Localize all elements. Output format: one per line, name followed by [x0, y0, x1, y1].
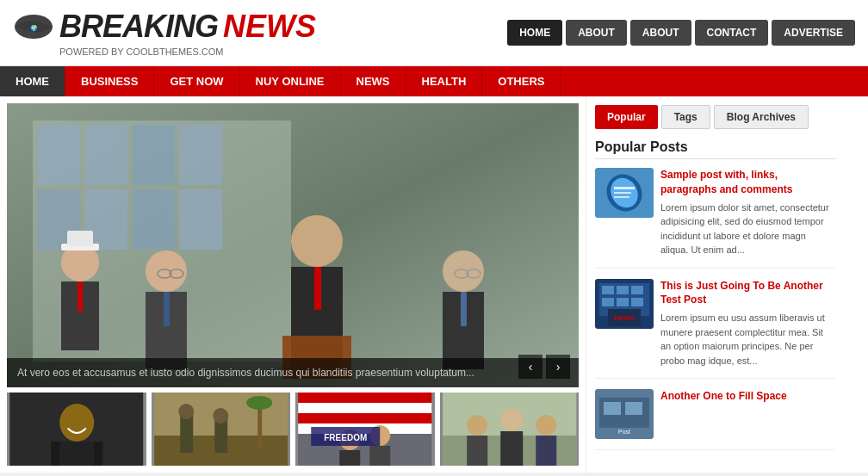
post-title-0[interactable]: Sample post with, links, paragraphs and …: [660, 168, 835, 197]
thumbnail-1[interactable]: [7, 393, 146, 466]
post-excerpt-0: Lorem ipsum dolor sit amet, consectetur …: [660, 201, 835, 257]
svg-point-17: [146, 250, 187, 292]
content-area: At vero eos et accusamus et iusto odio d…: [0, 96, 868, 473]
svg-rect-65: [500, 431, 523, 466]
hero-caption-text: At vero eos et accusamus et iusto odio d…: [17, 367, 474, 379]
svg-rect-56: [369, 446, 390, 466]
nav-item-news[interactable]: NEWS: [341, 66, 406, 96]
post-item-0: Sample post with, links, paragraphs and …: [595, 168, 835, 269]
svg-rect-67: [536, 436, 556, 466]
svg-rect-76: [602, 286, 614, 294]
sidebar-tab-tags[interactable]: Tags: [661, 105, 710, 129]
post-thumbnail-1[interactable]: NEWS: [595, 279, 654, 329]
top-nav-contact[interactable]: CONTACT: [695, 20, 769, 46]
svg-point-35: [59, 404, 94, 442]
hero-next-button[interactable]: ›: [546, 355, 570, 379]
post-content-1: This is Just Going To Be Another Test Po…: [660, 279, 835, 368]
logo-area: 🌍 BREAKING NEWS POWERED BY COOLBTHEMES.C…: [13, 9, 316, 57]
hero-image: [7, 103, 579, 387]
svg-rect-11: [132, 189, 175, 250]
svg-rect-63: [467, 436, 487, 466]
sidebar: PopularTagsBlog Archives Popular Posts S…: [586, 96, 844, 473]
svg-rect-79: [602, 298, 614, 306]
top-nav: HOMEABOUTABOUTCONTACTADVERTISE: [507, 20, 855, 46]
svg-rect-26: [314, 267, 321, 310]
svg-point-46: [246, 396, 272, 410]
svg-rect-15: [67, 231, 93, 246]
sidebar-tabs: PopularTagsBlog Archives: [595, 105, 835, 129]
main-nav: HOMEBUSINESSGET NOWNUY ONLINENEWSHEALTHO…: [0, 66, 868, 96]
svg-rect-25: [164, 292, 170, 326]
svg-point-19: [291, 215, 343, 267]
nav-item-home[interactable]: HOME: [0, 66, 65, 96]
svg-rect-77: [617, 286, 629, 294]
nav-item-nuy-online[interactable]: NUY ONLINE: [240, 66, 341, 96]
world-map-icon: 🌍: [13, 13, 54, 40]
svg-point-44: [213, 408, 228, 423]
thumbnail-2[interactable]: [152, 393, 291, 466]
post-title-2[interactable]: Another One to Fill Space: [660, 389, 835, 404]
post-item-2: Post Another One to Fill Space: [595, 389, 835, 450]
svg-rect-43: [214, 418, 227, 453]
top-nav-home[interactable]: HOME: [507, 20, 562, 46]
svg-text:NEWS: NEWS: [614, 314, 636, 322]
hero-caption: At vero eos et accusamus et iusto odio d…: [7, 358, 579, 387]
thumbnail-3[interactable]: FREEDOM: [295, 393, 435, 466]
post-content-0: Sample post with, links, paragraphs and …: [660, 168, 835, 257]
svg-point-62: [467, 415, 487, 436]
nav-item-business[interactable]: BUSINESS: [65, 66, 154, 96]
post-item-1: NEWS This is Just Going To Be Another Te…: [595, 279, 835, 380]
svg-rect-12: [179, 189, 222, 250]
nav-item-health[interactable]: HEALTH: [406, 66, 483, 96]
svg-rect-48: [298, 393, 431, 403]
svg-text:🌍: 🌍: [30, 24, 38, 32]
hero-nav: ‹ ›: [518, 355, 570, 379]
top-nav-about[interactable]: ABOUT: [630, 20, 691, 46]
svg-rect-81: [631, 298, 643, 306]
svg-rect-50: [298, 413, 431, 423]
logo-title: 🌍 BREAKING NEWS: [13, 9, 316, 45]
svg-rect-6: [84, 125, 127, 185]
svg-point-22: [443, 250, 484, 292]
logo-news: NEWS: [223, 9, 316, 45]
post-excerpt-1: Lorem ipsum eu usu assum liberavis ut mu…: [660, 311, 835, 368]
popular-posts-title: Popular Posts: [595, 139, 835, 159]
svg-rect-73: [614, 196, 629, 198]
posts-list: Sample post with, links, paragraphs and …: [595, 168, 835, 450]
thumbnail-row: FREEDOM: [7, 393, 579, 466]
top-nav-advertise[interactable]: ADVERTISE: [772, 20, 855, 46]
svg-rect-49: [298, 403, 431, 413]
svg-rect-37: [59, 442, 94, 466]
svg-rect-87: [625, 402, 642, 415]
logo-powered: POWERED BY COOLBTHEMES.COM: [59, 46, 316, 57]
svg-rect-86: [604, 402, 621, 415]
post-thumbnail-0[interactable]: [595, 168, 654, 218]
post-thumbnail-2[interactable]: Post: [595, 389, 654, 439]
svg-rect-72: [614, 192, 631, 194]
logo-breaking: BREAKING: [59, 9, 218, 45]
hero-slider: At vero eos et accusamus et iusto odio d…: [7, 103, 579, 387]
svg-rect-5: [37, 125, 80, 185]
nav-item-get-now[interactable]: GET NOW: [154, 66, 239, 96]
svg-rect-41: [180, 414, 193, 453]
thumbnail-4[interactable]: [440, 393, 580, 466]
main-left: At vero eos et accusamus et iusto odio d…: [0, 96, 586, 473]
svg-rect-7: [132, 125, 175, 185]
header: 🌍 BREAKING NEWS POWERED BY COOLBTHEMES.C…: [0, 0, 868, 66]
svg-rect-24: [78, 281, 83, 312]
svg-rect-80: [617, 298, 629, 306]
sidebar-tab-blog-archives[interactable]: Blog Archives: [714, 105, 809, 129]
hero-prev-button[interactable]: ‹: [518, 355, 542, 379]
nav-item-others[interactable]: OTHERS: [482, 66, 561, 96]
svg-rect-71: [614, 187, 635, 189]
sidebar-tab-popular[interactable]: Popular: [595, 105, 658, 129]
top-nav-about[interactable]: ABOUT: [566, 20, 627, 46]
svg-rect-54: [339, 450, 360, 466]
svg-rect-8: [179, 125, 222, 185]
post-content-2: Another One to Fill Space: [660, 389, 835, 439]
svg-point-66: [536, 415, 556, 436]
svg-rect-27: [461, 292, 467, 326]
post-title-1[interactable]: This is Just Going To Be Another Test Po…: [660, 279, 835, 308]
svg-rect-78: [631, 286, 643, 294]
svg-point-64: [500, 409, 523, 431]
